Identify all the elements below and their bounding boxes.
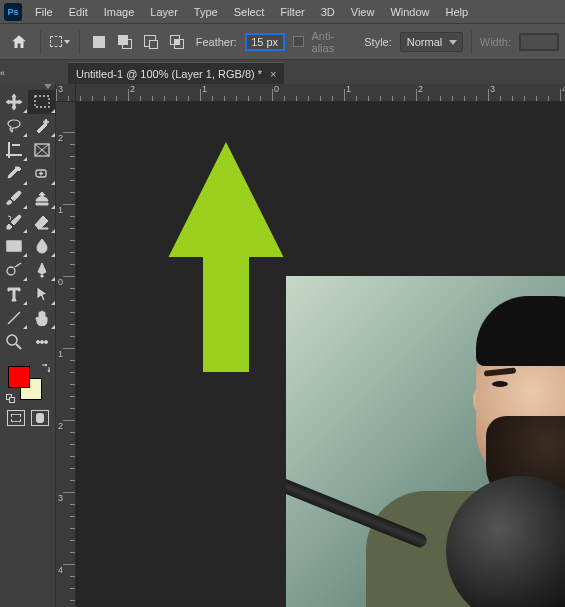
svg-point-7 bbox=[37, 341, 40, 344]
close-tab-button[interactable]: × bbox=[270, 68, 276, 80]
intersect-selection-icon[interactable] bbox=[166, 31, 188, 53]
document-image bbox=[286, 276, 565, 607]
antialias-label: Anti-alias bbox=[312, 30, 357, 54]
svg-rect-3 bbox=[7, 241, 21, 251]
ruler-horizontal[interactable]: 32101234 bbox=[76, 84, 565, 102]
move-tool[interactable] bbox=[0, 90, 28, 114]
brush-tool[interactable] bbox=[0, 186, 28, 210]
divider bbox=[471, 30, 472, 54]
blur-tool[interactable] bbox=[28, 234, 56, 258]
main-area: « bbox=[0, 84, 565, 607]
app-logo: Ps bbox=[4, 3, 22, 21]
document-tab[interactable]: Untitled-1 @ 100% (Layer 1, RGB/8) * × bbox=[68, 62, 284, 84]
svg-rect-0 bbox=[35, 96, 49, 107]
workspace: 32101234 2101234 bbox=[56, 84, 565, 607]
foreground-color[interactable] bbox=[8, 366, 30, 388]
panel-grip-icon[interactable] bbox=[44, 84, 52, 89]
magic-wand-tool[interactable] bbox=[28, 114, 56, 138]
menu-bar: Ps File Edit Image Layer Type Select Fil… bbox=[0, 0, 565, 24]
menu-layer[interactable]: Layer bbox=[143, 3, 185, 21]
new-selection-icon[interactable] bbox=[88, 31, 110, 53]
standard-mode-icon[interactable] bbox=[7, 410, 25, 426]
history-brush-tool[interactable] bbox=[0, 210, 28, 234]
collapse-handle-icon[interactable]: « bbox=[0, 68, 10, 78]
menu-3d[interactable]: 3D bbox=[314, 3, 342, 21]
width-input bbox=[519, 33, 559, 51]
rectangular-marquee-tool[interactable] bbox=[28, 90, 56, 114]
subtract-from-selection-icon[interactable] bbox=[140, 31, 162, 53]
width-label: Width: bbox=[480, 36, 511, 48]
annotation-arrow-icon bbox=[166, 142, 286, 372]
selection-mode-group bbox=[88, 31, 188, 53]
menu-image[interactable]: Image bbox=[97, 3, 142, 21]
dodge-tool[interactable] bbox=[0, 258, 28, 282]
eraser-tool[interactable] bbox=[28, 210, 56, 234]
path-selection-tool[interactable] bbox=[28, 282, 56, 306]
hand-tool[interactable] bbox=[28, 306, 56, 330]
divider bbox=[79, 30, 80, 54]
antialias-checkbox[interactable] bbox=[293, 36, 304, 47]
current-tool-marquee-icon[interactable] bbox=[49, 31, 71, 53]
chevron-down-icon bbox=[449, 40, 457, 45]
frame-tool[interactable] bbox=[28, 138, 56, 162]
menu-type[interactable]: Type bbox=[187, 3, 225, 21]
pen-tool[interactable] bbox=[28, 258, 56, 282]
tools-panel bbox=[0, 84, 56, 607]
screen-mode-row bbox=[0, 410, 55, 426]
menu-edit[interactable]: Edit bbox=[62, 3, 95, 21]
divider bbox=[40, 30, 41, 54]
svg-point-6 bbox=[7, 335, 17, 345]
gradient-tool[interactable] bbox=[0, 234, 28, 258]
menu-file[interactable]: File bbox=[28, 3, 60, 21]
quick-mask-mode-icon[interactable] bbox=[31, 410, 49, 426]
menu-view[interactable]: View bbox=[344, 3, 382, 21]
style-value: Normal bbox=[407, 36, 442, 48]
crop-tool[interactable] bbox=[0, 138, 28, 162]
svg-marker-10 bbox=[169, 142, 284, 372]
zoom-tool[interactable] bbox=[0, 330, 28, 354]
edit-toolbar-button[interactable] bbox=[28, 330, 56, 354]
style-select[interactable]: Normal bbox=[400, 32, 463, 52]
healing-brush-tool[interactable] bbox=[28, 162, 56, 186]
menu-window[interactable]: Window bbox=[383, 3, 436, 21]
menu-help[interactable]: Help bbox=[439, 3, 476, 21]
color-swatches bbox=[6, 364, 50, 404]
line-tool[interactable] bbox=[0, 306, 28, 330]
lasso-tool[interactable] bbox=[0, 114, 28, 138]
home-icon bbox=[10, 33, 28, 51]
menu-filter[interactable]: Filter bbox=[273, 3, 311, 21]
type-tool[interactable] bbox=[0, 282, 28, 306]
options-bar: Feather: Anti-alias Style: Normal Width: bbox=[0, 24, 565, 60]
menu-select[interactable]: Select bbox=[227, 3, 272, 21]
default-colors-icon[interactable] bbox=[6, 394, 16, 404]
clone-stamp-tool[interactable] bbox=[28, 186, 56, 210]
swap-colors-icon[interactable] bbox=[40, 364, 50, 374]
canvas[interactable] bbox=[76, 102, 565, 607]
add-to-selection-icon[interactable] bbox=[114, 31, 136, 53]
home-button[interactable] bbox=[6, 29, 32, 55]
feather-input[interactable] bbox=[245, 33, 285, 51]
document-tab-title: Untitled-1 @ 100% (Layer 1, RGB/8) * bbox=[76, 68, 262, 80]
document-tab-bar: Untitled-1 @ 100% (Layer 1, RGB/8) * × bbox=[0, 60, 565, 84]
ruler-vertical[interactable]: 2101234 bbox=[56, 102, 76, 607]
feather-label: Feather: bbox=[196, 36, 237, 48]
style-label: Style: bbox=[364, 36, 392, 48]
svg-point-5 bbox=[7, 267, 15, 275]
svg-point-9 bbox=[45, 341, 48, 344]
svg-point-8 bbox=[41, 341, 44, 344]
eyedropper-tool[interactable] bbox=[0, 162, 28, 186]
